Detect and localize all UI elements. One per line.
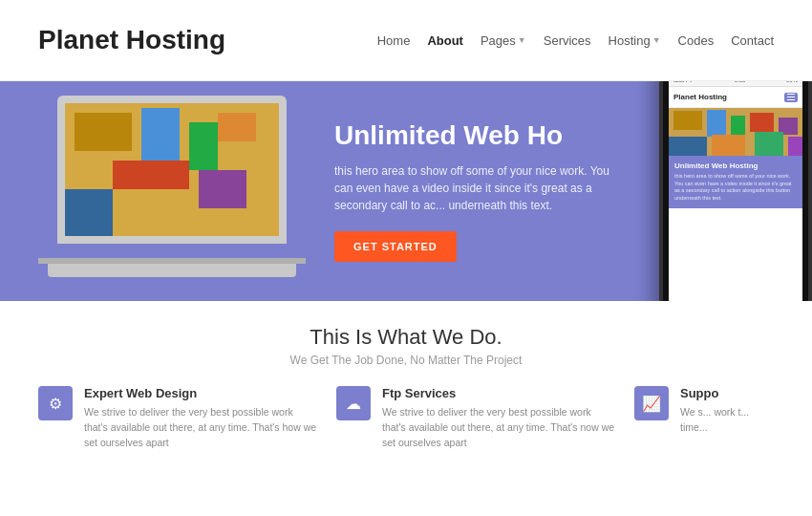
services-grid: ⚙ Expert Web Design We strive to deliver… <box>38 386 774 450</box>
laptop-mockup <box>38 96 306 287</box>
main-nav: Home About Pages ▼ Services Hosting ▼ Co… <box>377 33 774 48</box>
services-section: This Is What We Do. We Get The Job Done,… <box>0 301 812 469</box>
svg-rect-6 <box>669 137 707 156</box>
hero-description: this hero area to show off some of your … <box>334 162 621 214</box>
svg-rect-7 <box>712 135 745 156</box>
svg-rect-4 <box>750 113 774 132</box>
web-design-desc: We strive to deliver the very best possi… <box>84 405 317 450</box>
support-content: Suppo We s... work t... time... <box>680 386 774 450</box>
pages-dropdown-icon: ▼ <box>518 35 526 45</box>
svg-rect-3 <box>731 116 745 137</box>
header: Planet Hosting Home About Pages ▼ Servic… <box>0 0 812 81</box>
ftp-desc: We strive to deliver the very best possi… <box>382 405 615 450</box>
laptop-screen-content <box>65 103 279 236</box>
nav-services[interactable]: Services <box>544 33 591 48</box>
ftp-content: Ftp Services We strive to deliver the ve… <box>382 386 615 450</box>
web-design-icon: ⚙ <box>38 386 73 420</box>
nav-contact[interactable]: Contact <box>731 33 774 48</box>
service-item-support: 📈 Suppo We s... work t... time... <box>634 386 774 450</box>
svg-rect-8 <box>755 132 783 156</box>
phone-logo: Planet Hosting <box>673 93 727 101</box>
phone-hero-content: Unlimited Web Hosting this hero area to … <box>669 156 802 208</box>
phone-screen: IDEA ▼ 9:00 90% Planet Hosting <box>669 81 802 301</box>
phone-time: 9:00 <box>735 81 746 83</box>
support-title: Suppo <box>680 386 774 400</box>
phone-battery: 90% <box>786 81 798 83</box>
ftp-title: Ftp Services <box>382 386 615 400</box>
menu-line-2 <box>787 97 795 97</box>
nav-hosting[interactable]: Hosting ▼ <box>609 33 661 48</box>
service-item-ftp: ☁ Ftp Services We strive to deliver the … <box>336 386 615 450</box>
phone-menu-icon[interactable] <box>784 93 798 102</box>
nav-about[interactable]: About <box>427 33 463 48</box>
laptop-screen <box>57 96 287 244</box>
menu-line-1 <box>787 94 795 95</box>
phone-mockup: IDEA ▼ 9:00 90% Planet Hosting <box>659 81 812 301</box>
phone-nav-bar: Planet Hosting <box>669 87 802 108</box>
svg-rect-9 <box>788 137 802 156</box>
svg-rect-2 <box>707 110 726 137</box>
phone-hero-desc: this hero area to show off some of your … <box>674 173 797 203</box>
ftp-icon: ☁ <box>336 386 371 420</box>
hero-cta-button[interactable]: GET STARTED <box>334 231 457 262</box>
services-title: This Is What We Do. <box>38 325 774 350</box>
hosting-dropdown-icon: ▼ <box>652 35 661 45</box>
support-icon: 📈 <box>634 386 669 420</box>
nav-home[interactable]: Home <box>377 33 411 48</box>
nav-pages[interactable]: Pages ▼ <box>481 33 526 48</box>
phone-hero-title: Unlimited Web Hosting <box>674 161 797 170</box>
web-design-content: Expert Web Design We strive to deliver t… <box>84 386 317 450</box>
web-design-title: Expert Web Design <box>84 386 317 400</box>
nav-codes[interactable]: Codes <box>678 33 715 48</box>
services-subtitle: We Get The Job Done, No Matter The Proje… <box>38 354 774 367</box>
svg-rect-1 <box>673 111 702 130</box>
menu-line-3 <box>787 99 795 100</box>
support-desc: We s... work t... time... <box>680 405 774 436</box>
phone-hero-image <box>669 108 802 156</box>
phone-carrier: IDEA ▼ <box>673 81 694 83</box>
laptop-base <box>48 264 296 277</box>
hero-section: Unlimited Web Ho this hero area to show … <box>0 81 812 301</box>
site-logo: Planet Hosting <box>38 25 225 55</box>
service-item-web-design: ⚙ Expert Web Design We strive to deliver… <box>38 386 317 450</box>
